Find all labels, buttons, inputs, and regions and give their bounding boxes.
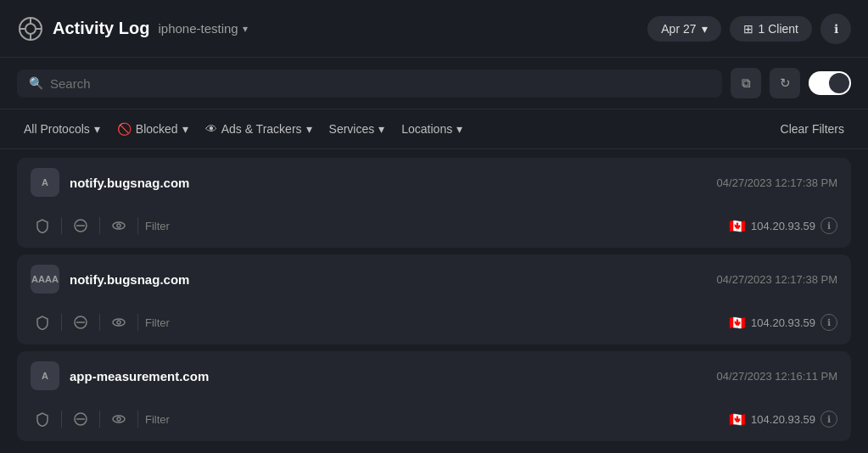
services-filter[interactable]: Services ▾	[322, 118, 392, 140]
domain-name-0: notify.bugsnag.com	[70, 176, 717, 190]
toolbar: 🔍 ⧉ ↻	[0, 58, 868, 109]
filters-bar: All Protocols ▾ 🚫 Blocked ▾ 👁 Ads & Trac…	[0, 109, 868, 149]
client-icon: ⊞	[743, 22, 753, 36]
header-left: Activity Log iphone-testing ▾	[17, 15, 647, 42]
copy-icon: ⧉	[742, 76, 751, 91]
ip-section-1: 🇨🇦 104.20.93.59 ℹ	[729, 314, 837, 331]
client-button[interactable]: ⊞ 1 Client	[730, 16, 812, 42]
domain-name-1: notify.bugsnag.com	[70, 272, 717, 287]
filter-label-0: Filter	[145, 220, 170, 232]
activity-top-2: A app-measurement.com 04/27/2023 12:16:1…	[17, 351, 851, 400]
separator-1-2	[99, 314, 100, 331]
activity-list: A notify.bugsnag.com 04/27/2023 12:17:38…	[0, 149, 868, 450]
activity-row: AAAA notify.bugsnag.com 04/27/2023 12:17…	[17, 254, 851, 344]
device-name: iphone-testing	[158, 21, 238, 36]
separator-2-3	[137, 411, 138, 428]
separator-0-2	[99, 217, 100, 234]
clear-filters-button[interactable]: Clear Filters	[774, 118, 851, 140]
timestamp-2: 04/27/2023 12:16:11 PM	[717, 370, 837, 383]
avatar-1: AAAA	[31, 265, 59, 294]
info-button[interactable]: ℹ	[820, 14, 851, 44]
filter-label-2: Filter	[145, 413, 170, 426]
activity-bottom-0: Filter 🇨🇦 104.20.93.59 ℹ	[17, 207, 851, 248]
shield-icon-0[interactable]	[31, 214, 54, 238]
row-info-button-0[interactable]: ℹ	[820, 217, 837, 234]
separator-1-3	[137, 314, 138, 331]
activity-bottom-2: Filter 🇨🇦 104.20.93.59 ℹ	[17, 400, 851, 441]
client-label: 1 Client	[759, 22, 798, 36]
block-icon-0[interactable]	[69, 214, 92, 238]
svg-point-9	[117, 224, 120, 227]
activity-bottom-1: Filter 🇨🇦 104.20.93.59 ℹ	[17, 304, 851, 344]
ip-section-0: 🇨🇦 104.20.93.59 ℹ	[729, 217, 837, 234]
eye-icon-0[interactable]	[107, 214, 131, 238]
blocked-filter[interactable]: 🚫 Blocked ▾	[110, 118, 195, 140]
all-protocols-label: All Protocols	[24, 122, 90, 136]
row-info-button-2[interactable]: ℹ	[820, 411, 837, 428]
shield-icon-2[interactable]	[31, 407, 54, 431]
all-protocols-filter[interactable]: All Protocols ▾	[17, 118, 107, 140]
refresh-icon: ↻	[780, 76, 791, 91]
activity-top-0: A notify.bugsnag.com 04/27/2023 12:17:38…	[17, 158, 851, 207]
toggle-container	[809, 71, 851, 95]
separator-0-1	[61, 217, 62, 234]
filter-label-1: Filter	[145, 316, 170, 329]
svg-point-8	[113, 222, 125, 229]
refresh-button[interactable]: ↻	[770, 68, 800, 98]
ads-trackers-filter[interactable]: 👁 Ads & Trackers ▾	[199, 118, 319, 140]
svg-point-12	[113, 319, 125, 326]
ads-trackers-label: Ads & Trackers	[221, 122, 302, 136]
ip-address-2: 104.20.93.59	[751, 413, 815, 426]
blocked-chevron-icon: ▾	[182, 122, 188, 136]
timestamp-0: 04/27/2023 12:17:38 PM	[717, 176, 837, 189]
eye-icon-2[interactable]	[107, 407, 131, 431]
clear-filters-label: Clear Filters	[781, 122, 844, 136]
separator-1-1	[61, 314, 62, 331]
flag-icon-1: 🇨🇦	[729, 315, 746, 331]
info-icon: ℹ	[834, 22, 838, 36]
copy-button[interactable]: ⧉	[731, 68, 761, 98]
separator-2-2	[99, 411, 100, 428]
svg-point-1	[25, 24, 36, 34]
services-label: Services	[329, 122, 375, 136]
date-label: Apr 27	[661, 22, 696, 36]
avatar-0: A	[31, 168, 59, 197]
ip-address-1: 104.20.93.59	[751, 316, 815, 329]
ads-trackers-eye-icon: 👁	[205, 122, 217, 136]
toggle-switch[interactable]	[809, 71, 851, 95]
block-icon-1[interactable]	[69, 310, 92, 334]
ip-address-0: 104.20.93.59	[751, 220, 815, 232]
flag-icon-2: 🇨🇦	[729, 411, 746, 428]
search-icon: 🔍	[29, 76, 43, 90]
search-input[interactable]	[50, 76, 710, 91]
timestamp-1: 04/27/2023 12:17:38 PM	[717, 273, 837, 286]
eye-icon-1[interactable]	[107, 310, 131, 334]
separator-2-1	[61, 411, 62, 428]
header: Activity Log iphone-testing ▾ Apr 27 ▾ ⊞…	[0, 0, 868, 58]
ip-section-2: 🇨🇦 104.20.93.59 ℹ	[729, 411, 837, 428]
activity-row: A notify.bugsnag.com 04/27/2023 12:17:38…	[17, 158, 851, 248]
app-logo-icon	[17, 15, 44, 42]
activity-row: A app-measurement.com 04/27/2023 12:16:1…	[17, 351, 851, 441]
locations-label: Locations	[401, 122, 452, 136]
svg-point-16	[113, 416, 125, 422]
locations-filter[interactable]: Locations ▾	[395, 118, 469, 140]
app-title: Activity Log	[53, 19, 149, 38]
block-icon-2[interactable]	[69, 407, 92, 431]
activity-top-1: AAAA notify.bugsnag.com 04/27/2023 12:17…	[17, 254, 851, 304]
header-right: Apr 27 ▾ ⊞ 1 Client ℹ	[647, 14, 851, 44]
svg-point-13	[117, 321, 120, 324]
svg-point-17	[117, 417, 120, 421]
separator-0-3	[137, 217, 138, 234]
device-chevron-icon: ▾	[243, 23, 248, 35]
flag-icon-0: 🇨🇦	[729, 218, 746, 234]
blocked-circle-icon: 🚫	[117, 122, 132, 136]
date-chevron-icon: ▾	[702, 22, 708, 36]
services-chevron-icon: ▾	[378, 122, 384, 136]
date-filter-button[interactable]: Apr 27 ▾	[647, 16, 720, 42]
locations-chevron-icon: ▾	[456, 122, 462, 136]
shield-icon-1[interactable]	[31, 310, 54, 334]
avatar-2: A	[31, 361, 59, 390]
device-selector[interactable]: iphone-testing ▾	[158, 21, 247, 36]
row-info-button-1[interactable]: ℹ	[820, 314, 837, 331]
